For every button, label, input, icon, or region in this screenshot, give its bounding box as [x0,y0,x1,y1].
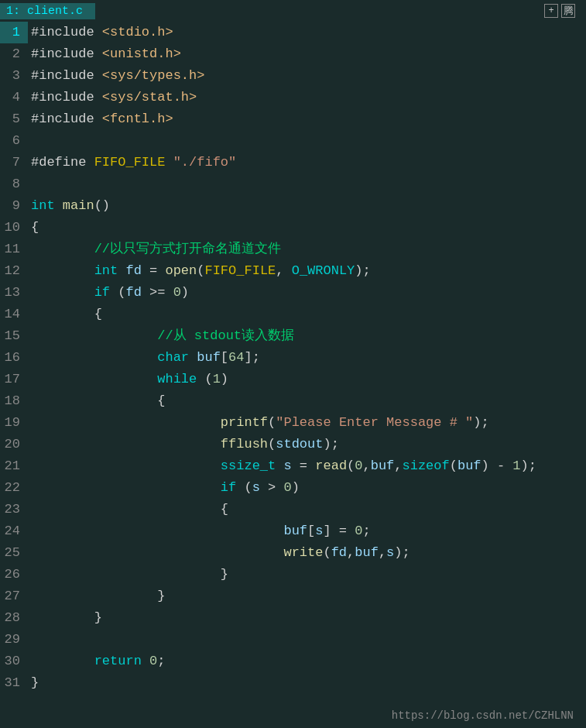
code-content: } [28,672,586,694]
line-number: 23 [0,499,28,520]
code-content: printf("Please Enter Message # "); [28,412,586,434]
code-content: } [28,607,586,629]
line-number: 18 [0,390,28,412]
code-line: 14 { [0,304,586,325]
code-content: while (1) [28,369,586,390]
code-content: } [28,564,586,585]
title-bar: 1: client.c + 腾 [0,0,586,22]
title-icons: + 腾 [544,4,580,18]
line-number: 30 [0,651,28,672]
code-content: char buf[64]; [28,347,586,369]
code-content: int main() [28,195,586,217]
code-line: 5#include <fcntl.h> [0,108,586,130]
code-line: 16 char buf[64]; [0,347,586,369]
code-line: 12 int fd = open(FIFO_FILE, O_WRONLY); [0,260,586,282]
code-line: 20 fflush(stdout); [0,434,586,455]
code-content [28,629,586,651]
line-number: 3 [0,65,28,87]
code-line: 13 if (fd >= 0) [0,282,586,304]
line-number: 16 [0,347,28,369]
code-line: 22 if (s > 0) [0,477,586,499]
line-number: 10 [0,217,28,239]
code-line: 21 ssize_t s = read(0,buf,sizeof(buf) - … [0,455,586,477]
code-content: { [28,390,586,412]
code-line: 17 while (1) [0,369,586,390]
code-line: 10{ [0,217,586,239]
code-line: 24 buf[s] = 0; [0,520,586,542]
code-line: 1#include <stdio.h> [0,22,586,43]
code-line: 30 return 0; [0,651,586,672]
code-line: 7#define FIFO_FILE "./fifo" [0,152,586,173]
code-line: 23 { [0,499,586,520]
code-content: #include <fcntl.h> [28,108,586,130]
line-number: 1 [0,22,28,43]
code-content: } [28,585,586,607]
code-line: 28 } [0,607,586,629]
code-line: 27 } [0,585,586,607]
line-number: 4 [0,87,28,108]
line-number: 19 [0,412,28,434]
code-content: //从 stdout读入数据 [28,325,586,347]
code-content: buf[s] = 0; [28,520,586,542]
line-number: 6 [0,130,28,152]
code-line: 25 write(fd,buf,s); [0,542,586,564]
line-number: 25 [0,542,28,564]
line-number: 20 [0,434,28,455]
line-number: 9 [0,195,28,217]
code-line: 6 [0,130,586,152]
line-number: 11 [0,239,28,260]
code-line: 4#include <sys/stat.h> [0,87,586,108]
code-line: 3#include <sys/types.h> [0,65,586,87]
code-content: #include <sys/stat.h> [28,87,586,108]
code-line: 29 [0,629,586,651]
file-tab[interactable]: 1: client.c [0,3,95,19]
code-content [28,130,586,152]
line-number: 13 [0,282,28,304]
line-number: 26 [0,564,28,585]
code-content: { [28,499,586,520]
code-content: ssize_t s = read(0,buf,sizeof(buf) - 1); [28,455,586,477]
code-content: if (s > 0) [28,477,586,499]
code-line: 11 //以只写方式打开命名通道文件 [0,239,586,260]
code-line: 8 [0,173,586,195]
code-content: #include <stdio.h> [28,22,586,43]
code-line: 31} [0,672,586,694]
line-number: 22 [0,477,28,499]
code-content: #include <unistd.h> [28,43,586,65]
line-number: 21 [0,455,28,477]
line-number: 28 [0,607,28,629]
watermark: https://blog.csdn.net/CZHLNN [392,709,574,722]
line-number: 27 [0,585,28,607]
code-line: 15 //从 stdout读入数据 [0,325,586,347]
line-number: 2 [0,43,28,65]
code-content: write(fd,buf,s); [28,542,586,564]
code-area: 1#include <stdio.h>2#include <unistd.h>3… [0,22,586,694]
code-line: 26 } [0,564,586,585]
code-content: if (fd >= 0) [28,282,586,304]
code-content: //以只写方式打开命名通道文件 [28,239,586,260]
code-content: { [28,304,586,325]
line-number: 17 [0,369,28,390]
line-number: 31 [0,672,28,694]
code-line: 9int main() [0,195,586,217]
code-content: #include <sys/types.h> [28,65,586,87]
line-number: 29 [0,629,28,651]
line-number: 8 [0,173,28,195]
code-content: { [28,217,586,239]
teng-icon: 腾 [561,4,575,18]
line-number: 14 [0,304,28,325]
code-content: return 0; [28,651,586,672]
code-content: fflush(stdout); [28,434,586,455]
line-number: 5 [0,108,28,130]
code-line: 19 printf("Please Enter Message # "); [0,412,586,434]
code-line: 18 { [0,390,586,412]
line-number: 12 [0,260,28,282]
code-content: #define FIFO_FILE "./fifo" [28,152,586,173]
code-content [28,173,586,195]
code-line: 2#include <unistd.h> [0,43,586,65]
code-content: int fd = open(FIFO_FILE, O_WRONLY); [28,260,586,282]
plus-icon[interactable]: + [544,4,558,18]
line-number: 24 [0,520,28,542]
line-number: 15 [0,325,28,347]
line-number: 7 [0,152,28,173]
